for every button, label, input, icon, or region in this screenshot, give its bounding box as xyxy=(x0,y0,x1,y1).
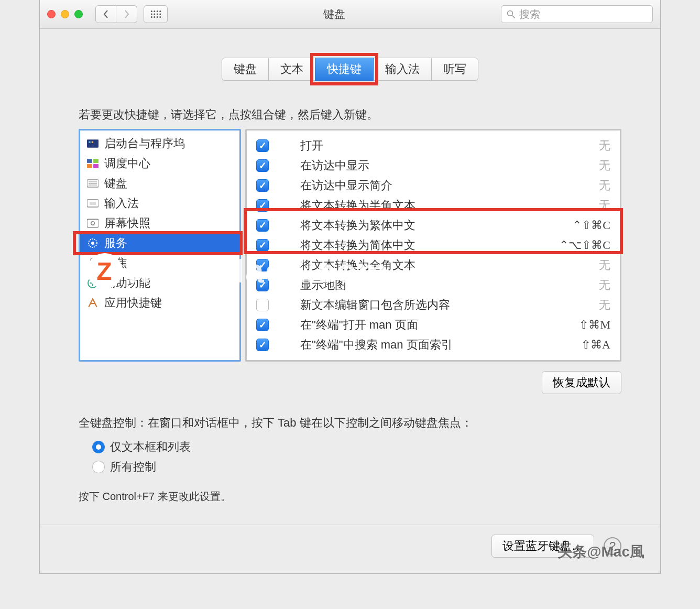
zoom-icon[interactable] xyxy=(74,10,83,18)
back-button[interactable] xyxy=(95,5,116,23)
checkbox-icon[interactable]: ✓ xyxy=(256,179,269,192)
checkbox-icon[interactable]: ✓ xyxy=(256,219,269,232)
shortcut-list: ✓ 打开 无 ✓ 在访达中显示 无 ✓ 在访达中显示简介 无 ✓ 将文本转换为半… xyxy=(245,129,621,362)
shortcut-row[interactable]: ✓ 在访达中显示 无 xyxy=(247,156,620,176)
shortcut-row[interactable]: ✓ 打开 无 xyxy=(247,136,620,156)
radio-text-boxes[interactable]: 仅文本框和列表 xyxy=(92,437,608,457)
close-icon[interactable] xyxy=(47,10,56,18)
keyboard-access-label: 全键盘控制：在窗口和对话框中，按下 Tab 键在以下控制之间移动键盘焦点： xyxy=(40,394,660,431)
shortcut-row[interactable]: ✓ 显示地图 无 xyxy=(247,275,620,295)
shortcut-row[interactable]: ✓ 将文本转换为全角文本 无 xyxy=(247,255,620,275)
shortcut-label: 在访达中显示 xyxy=(300,158,599,173)
help-button[interactable]: ? xyxy=(604,537,621,555)
shortcut-label: 打开 xyxy=(300,138,599,154)
svg-rect-18 xyxy=(93,159,99,163)
svg-rect-17 xyxy=(87,159,92,163)
search-field[interactable] xyxy=(501,5,653,23)
svg-rect-31 xyxy=(91,258,95,267)
svg-rect-15 xyxy=(89,142,90,143)
shortcut-label: 将文本转换为半角文本 xyxy=(300,198,599,213)
shortcut-key: 无 xyxy=(599,257,610,273)
shortcut-row[interactable]: ✓ 在访达中显示简介 无 xyxy=(247,176,620,195)
shortcut-key: 无 xyxy=(599,277,610,293)
checkbox-icon[interactable]: ✓ xyxy=(256,239,269,252)
svg-point-6 xyxy=(157,13,158,15)
sidebar-item-keyboard[interactable]: 键盘 xyxy=(80,173,239,193)
checkbox-icon[interactable]: ✓ xyxy=(256,299,269,311)
sidebar-item-app-shortcuts[interactable]: 应用快捷键 xyxy=(80,293,239,313)
tab-input-sources[interactable]: 输入法 xyxy=(373,58,432,81)
sidebar-item-label: 键盘 xyxy=(104,176,127,191)
radio-icon[interactable] xyxy=(92,461,105,473)
sidebar-item-mission-control[interactable]: 调度中心 xyxy=(80,154,239,173)
svg-point-5 xyxy=(154,13,155,15)
checkbox-icon[interactable]: ✓ xyxy=(256,279,269,291)
forward-button[interactable] xyxy=(116,5,137,23)
show-all-button[interactable] xyxy=(144,5,168,23)
instruction-text: 若要更改快捷键，请选择它，点按组合键，然后键入新键。 xyxy=(40,81,660,129)
sidebar-item-accessibility[interactable]: 辅助功能 xyxy=(80,273,239,293)
tab-text[interactable]: 文本 xyxy=(268,58,315,81)
tab-shortcuts[interactable]: 快捷键 xyxy=(315,58,374,81)
search-icon xyxy=(507,9,515,19)
checkbox-icon[interactable]: ✓ xyxy=(256,259,269,271)
svg-point-0 xyxy=(151,10,152,12)
shortcut-key: 无 xyxy=(599,178,610,193)
checkbox-icon[interactable]: ✓ xyxy=(256,319,269,331)
checkbox-icon[interactable]: ✓ xyxy=(256,139,269,152)
screenshot-icon xyxy=(86,218,99,229)
spotlight-icon xyxy=(86,257,99,269)
svg-point-3 xyxy=(159,10,161,12)
shortcut-label: 新文本编辑窗口包含所选内容 xyxy=(300,297,599,313)
radio-label: 仅文本框和列表 xyxy=(110,439,191,455)
shortcut-label: 在"终端"中搜索 man 页面索引 xyxy=(300,337,581,353)
radio-icon[interactable] xyxy=(92,441,105,453)
radio-label: 所有控制 xyxy=(110,459,156,475)
bluetooth-keyboard-button[interactable]: 设置蓝牙键盘… xyxy=(491,535,594,558)
minimize-icon[interactable] xyxy=(61,10,69,18)
sidebar-item-screenshots[interactable]: 屏幕快照 xyxy=(80,213,239,233)
gear-icon xyxy=(86,237,99,249)
svg-line-13 xyxy=(512,15,515,18)
shortcut-row[interactable]: ✓ 在"终端"打开 man 页面 ⇧⌘M xyxy=(247,315,620,335)
svg-point-2 xyxy=(157,10,158,12)
search-input[interactable] xyxy=(519,8,647,20)
sidebar-item-label: 调度中心 xyxy=(104,156,150,171)
svg-point-10 xyxy=(157,16,158,18)
shortcut-row[interactable]: ✓ 在"终端"中搜索 man 页面索引 ⇧⌘A xyxy=(247,335,620,355)
sidebar-item-launchpad[interactable]: 启动台与程序坞 xyxy=(80,134,239,154)
shortcut-label: 将文本转换为繁体中文 xyxy=(300,218,572,233)
shortcut-key: ⇧⌘M xyxy=(579,318,610,332)
window-controls xyxy=(47,10,83,18)
shortcut-label: 将文本转换为全角文本 xyxy=(300,257,599,273)
sidebar-item-spotlight[interactable]: 聚焦 xyxy=(80,253,239,273)
shortcut-row[interactable]: ✓ 将文本转换为繁体中文 ⌃⇧⌘C xyxy=(247,215,620,235)
shortcut-row[interactable]: ✓ 新文本编辑窗口包含所选内容 无 xyxy=(247,295,620,315)
restore-defaults-button[interactable]: 恢复成默认 xyxy=(542,371,621,394)
shortcut-label: 将文本转换为简体中文 xyxy=(300,237,559,253)
panels: 启动台与程序坞 调度中心 键盘 输入法 屏幕快照 服务 xyxy=(40,129,660,362)
tab-dictation[interactable]: 听写 xyxy=(431,58,478,81)
app-icon xyxy=(86,297,99,309)
checkbox-icon[interactable]: ✓ xyxy=(256,199,269,212)
sidebar-item-label: 服务 xyxy=(104,235,127,251)
accessibility-icon xyxy=(86,277,99,289)
shortcut-row[interactable]: ✓ 将文本转换为简体中文 ⌃⌥⇧⌘C xyxy=(247,235,620,255)
shortcut-key: 无 xyxy=(599,198,610,213)
radio-all-controls[interactable]: 所有控制 xyxy=(92,457,608,477)
checkbox-icon[interactable]: ✓ xyxy=(256,339,269,351)
sidebar-item-services[interactable]: 服务 xyxy=(80,233,239,253)
keyboard-icon xyxy=(86,178,99,189)
svg-point-1 xyxy=(154,10,155,12)
shortcut-key: ⌃⇧⌘C xyxy=(572,219,610,232)
sidebar-item-input-sources[interactable]: 输入法 xyxy=(80,193,239,213)
checkbox-icon[interactable]: ✓ xyxy=(256,159,269,172)
shortcut-row[interactable]: ✓ 将文本转换为半角文本 无 xyxy=(247,195,620,215)
shortcut-label: 在"终端"打开 man 页面 xyxy=(300,317,579,333)
sidebar-item-label: 屏幕快照 xyxy=(104,215,150,231)
shortcut-key: ⌃⌥⇧⌘C xyxy=(559,238,610,252)
sidebar-item-label: 输入法 xyxy=(104,195,139,211)
svg-rect-27 xyxy=(87,219,99,227)
svg-point-28 xyxy=(91,222,95,225)
tab-keyboard[interactable]: 键盘 xyxy=(222,58,269,81)
